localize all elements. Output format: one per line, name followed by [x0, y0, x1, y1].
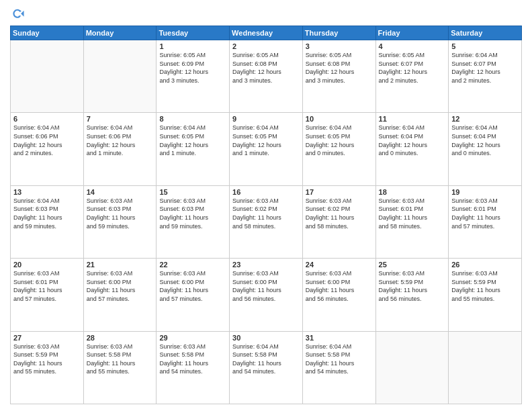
weekday-header: Saturday [449, 26, 522, 40]
day-number: 21 [87, 261, 154, 269]
calendar-cell: 2Sunrise: 6:05 AM Sunset: 6:08 PM Daylig… [230, 40, 303, 113]
day-number: 7 [87, 115, 154, 123]
weekday-header-row: SundayMondayTuesdayWednesdayThursdayFrid… [11, 26, 522, 40]
calendar-cell: 17Sunrise: 6:03 AM Sunset: 6:02 PM Dayli… [302, 185, 375, 258]
day-number: 14 [87, 188, 154, 196]
calendar-cell: 30Sunrise: 6:04 AM Sunset: 5:58 PM Dayli… [230, 331, 303, 404]
day-info: Sunrise: 6:04 AM Sunset: 6:05 PM Dayligh… [159, 124, 226, 157]
weekday-header: Tuesday [157, 26, 230, 40]
calendar-cell: 18Sunrise: 6:03 AM Sunset: 6:01 PM Dayli… [375, 185, 449, 258]
day-number: 19 [451, 188, 519, 196]
day-number: 24 [306, 261, 373, 269]
day-number: 15 [159, 188, 226, 196]
calendar-week-row: 13Sunrise: 6:04 AM Sunset: 6:03 PM Dayli… [11, 185, 522, 258]
day-info: Sunrise: 6:04 AM Sunset: 6:04 PM Dayligh… [379, 124, 446, 157]
day-number: 13 [13, 188, 81, 196]
calendar-cell: 12Sunrise: 6:04 AM Sunset: 6:04 PM Dayli… [449, 113, 522, 185]
day-info: Sunrise: 6:03 AM Sunset: 6:00 PM Dayligh… [159, 269, 226, 303]
calendar-cell: 27Sunrise: 6:03 AM Sunset: 5:59 PM Dayli… [11, 331, 84, 404]
day-info: Sunrise: 6:04 AM Sunset: 6:05 PM Dayligh… [306, 124, 373, 157]
day-number: 29 [159, 334, 226, 342]
calendar-cell: 22Sunrise: 6:03 AM Sunset: 6:00 PM Dayli… [157, 259, 230, 331]
day-number: 10 [306, 115, 373, 123]
calendar-cell [11, 40, 84, 113]
day-info: Sunrise: 6:03 AM Sunset: 6:00 PM Dayligh… [306, 269, 373, 303]
calendar-cell: 24Sunrise: 6:03 AM Sunset: 6:00 PM Dayli… [302, 259, 375, 331]
day-info: Sunrise: 6:03 AM Sunset: 6:01 PM Dayligh… [379, 197, 446, 230]
day-info: Sunrise: 6:05 AM Sunset: 6:08 PM Dayligh… [232, 51, 300, 85]
calendar-cell: 19Sunrise: 6:03 AM Sunset: 6:01 PM Dayli… [449, 185, 522, 258]
calendar-cell [375, 331, 449, 404]
calendar-cell: 10Sunrise: 6:04 AM Sunset: 6:05 PM Dayli… [302, 113, 375, 185]
day-info: Sunrise: 6:03 AM Sunset: 5:58 PM Dayligh… [87, 342, 154, 376]
calendar-cell: 16Sunrise: 6:03 AM Sunset: 6:02 PM Dayli… [230, 185, 303, 258]
day-info: Sunrise: 6:03 AM Sunset: 6:00 PM Dayligh… [232, 269, 300, 303]
day-info: Sunrise: 6:04 AM Sunset: 6:04 PM Dayligh… [451, 124, 519, 157]
calendar-cell: 13Sunrise: 6:04 AM Sunset: 6:03 PM Dayli… [11, 185, 84, 258]
calendar-cell [449, 331, 522, 404]
calendar-cell: 5Sunrise: 6:04 AM Sunset: 6:07 PM Daylig… [449, 40, 522, 113]
day-number: 28 [87, 334, 154, 342]
calendar-cell: 21Sunrise: 6:03 AM Sunset: 6:00 PM Dayli… [83, 259, 157, 331]
calendar-cell [83, 40, 157, 113]
day-number: 1 [159, 42, 226, 50]
day-number: 27 [13, 334, 81, 342]
calendar-week-row: 6Sunrise: 6:04 AM Sunset: 6:06 PM Daylig… [11, 113, 522, 185]
day-info: Sunrise: 6:03 AM Sunset: 6:01 PM Dayligh… [451, 197, 519, 230]
page: SundayMondayTuesdayWednesdayThursdayFrid… [0, 0, 532, 411]
day-info: Sunrise: 6:05 AM Sunset: 6:09 PM Dayligh… [159, 51, 226, 85]
calendar-cell: 1Sunrise: 6:05 AM Sunset: 6:09 PM Daylig… [157, 40, 230, 113]
day-info: Sunrise: 6:03 AM Sunset: 6:02 PM Dayligh… [306, 197, 373, 230]
day-info: Sunrise: 6:04 AM Sunset: 6:06 PM Dayligh… [13, 124, 81, 157]
day-info: Sunrise: 6:04 AM Sunset: 5:58 PM Dayligh… [306, 342, 373, 376]
calendar-cell: 26Sunrise: 6:03 AM Sunset: 5:59 PM Dayli… [449, 259, 522, 331]
day-number: 12 [451, 115, 519, 123]
logo-icon [10, 7, 25, 21]
calendar: SundayMondayTuesdayWednesdayThursdayFrid… [10, 26, 522, 404]
calendar-cell: 23Sunrise: 6:03 AM Sunset: 6:00 PM Dayli… [230, 259, 303, 331]
calendar-cell: 28Sunrise: 6:03 AM Sunset: 5:58 PM Dayli… [83, 331, 157, 404]
day-number: 20 [13, 261, 81, 269]
calendar-cell: 8Sunrise: 6:04 AM Sunset: 6:05 PM Daylig… [157, 113, 230, 185]
weekday-header: Wednesday [230, 26, 303, 40]
calendar-cell: 3Sunrise: 6:05 AM Sunset: 6:08 PM Daylig… [302, 40, 375, 113]
day-info: Sunrise: 6:04 AM Sunset: 6:05 PM Dayligh… [232, 124, 300, 157]
day-number: 8 [159, 115, 226, 123]
day-info: Sunrise: 6:04 AM Sunset: 6:07 PM Dayligh… [451, 51, 519, 85]
day-number: 4 [379, 42, 446, 50]
day-info: Sunrise: 6:05 AM Sunset: 6:08 PM Dayligh… [306, 51, 373, 85]
calendar-cell: 25Sunrise: 6:03 AM Sunset: 5:59 PM Dayli… [375, 259, 449, 331]
weekday-header: Thursday [302, 26, 375, 40]
day-info: Sunrise: 6:03 AM Sunset: 6:02 PM Dayligh… [232, 197, 300, 230]
calendar-cell: 14Sunrise: 6:03 AM Sunset: 6:03 PM Dayli… [83, 185, 157, 258]
calendar-cell: 31Sunrise: 6:04 AM Sunset: 5:58 PM Dayli… [302, 331, 375, 404]
calendar-cell: 4Sunrise: 6:05 AM Sunset: 6:07 PM Daylig… [375, 40, 449, 113]
day-number: 16 [232, 188, 300, 196]
calendar-cell: 6Sunrise: 6:04 AM Sunset: 6:06 PM Daylig… [11, 113, 84, 185]
header [10, 7, 522, 21]
weekday-header: Sunday [11, 26, 84, 40]
day-number: 3 [306, 42, 373, 50]
day-info: Sunrise: 6:03 AM Sunset: 6:03 PM Dayligh… [159, 197, 226, 230]
day-number: 31 [306, 334, 373, 342]
logo [10, 7, 28, 21]
day-info: Sunrise: 6:03 AM Sunset: 6:01 PM Dayligh… [13, 269, 81, 303]
day-number: 22 [159, 261, 226, 269]
day-number: 11 [379, 115, 446, 123]
day-info: Sunrise: 6:04 AM Sunset: 6:03 PM Dayligh… [13, 197, 81, 230]
day-number: 26 [451, 261, 519, 269]
day-number: 30 [232, 334, 300, 342]
day-info: Sunrise: 6:04 AM Sunset: 6:06 PM Dayligh… [87, 124, 154, 157]
calendar-cell: 9Sunrise: 6:04 AM Sunset: 6:05 PM Daylig… [230, 113, 303, 185]
day-info: Sunrise: 6:03 AM Sunset: 5:59 PM Dayligh… [451, 269, 519, 303]
day-number: 25 [379, 261, 446, 269]
day-number: 9 [232, 115, 300, 123]
calendar-week-row: 20Sunrise: 6:03 AM Sunset: 6:01 PM Dayli… [11, 259, 522, 331]
calendar-cell: 11Sunrise: 6:04 AM Sunset: 6:04 PM Dayli… [375, 113, 449, 185]
day-info: Sunrise: 6:04 AM Sunset: 5:58 PM Dayligh… [232, 342, 300, 376]
day-info: Sunrise: 6:03 AM Sunset: 5:59 PM Dayligh… [13, 342, 81, 376]
day-number: 6 [13, 115, 81, 123]
day-info: Sunrise: 6:03 AM Sunset: 6:03 PM Dayligh… [87, 197, 154, 230]
calendar-week-row: 27Sunrise: 6:03 AM Sunset: 5:59 PM Dayli… [11, 331, 522, 404]
weekday-header: Friday [375, 26, 449, 40]
